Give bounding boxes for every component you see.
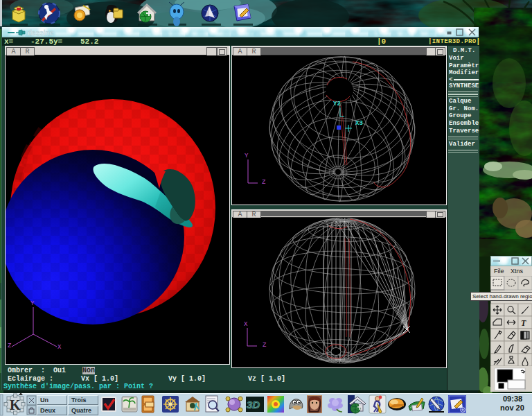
svg-text:Z: Z (8, 343, 12, 349)
svg-text:Z: Z (263, 342, 267, 349)
svg-text:nov 20: nov 20 (500, 404, 524, 412)
svg-text:X3: X3 (355, 120, 363, 127)
svg-text:3D: 3D (247, 399, 260, 410)
svg-text:dessine: dessine (28, 29, 54, 37)
svg-text:X: X (244, 321, 248, 328)
svg-text:X: X (57, 344, 62, 351)
svg-text:T: T (521, 318, 526, 328)
svg-text:Y: Y (30, 300, 35, 307)
svg-text:Z: Z (262, 179, 266, 186)
svg-text:09:38: 09:38 (503, 395, 522, 403)
svg-text:K: K (10, 397, 21, 413)
svg-text:Y: Y (245, 153, 249, 159)
svg-text:Y2: Y2 (333, 101, 341, 107)
